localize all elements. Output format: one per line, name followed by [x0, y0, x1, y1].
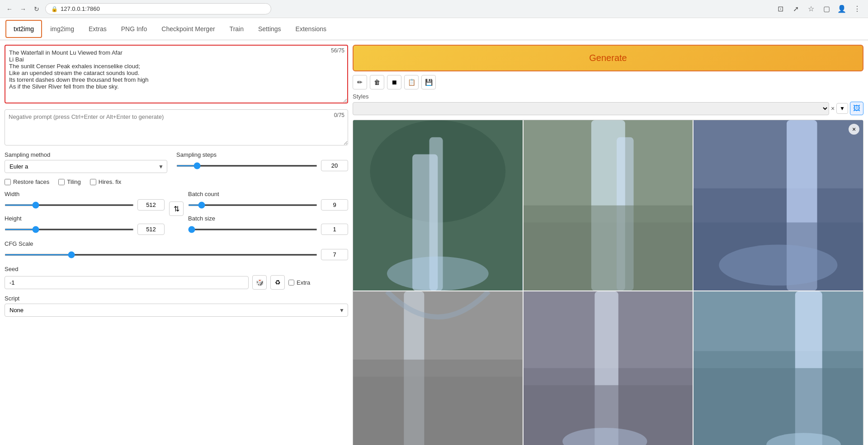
left-panel: 56/75 0/75 Sampling method Euler a: [5, 45, 348, 445]
account-icon[interactable]: 👤: [835, 3, 848, 15]
extra-label: Extra: [297, 279, 310, 286]
left-dims: Width 512 Height 512: [5, 191, 165, 235]
seed-label: Seed: [5, 266, 348, 272]
sampling-steps-slider[interactable]: [176, 165, 317, 167]
address-bar[interactable]: 🔒 127.0.0.1:7860: [45, 3, 271, 14]
refresh-button[interactable]: ↻: [32, 4, 42, 14]
cfg-scale-slider[interactable]: [5, 254, 317, 256]
dimension-controls: Width 512 Height 512: [5, 191, 348, 235]
batch-count-value-input[interactable]: 9: [321, 199, 348, 211]
svg-rect-9: [524, 206, 693, 291]
right-dims: Batch count 9 Batch size 1: [188, 191, 348, 235]
browser-chrome: ← → ↻ 🔒 127.0.0.1:7860 ⊡ ➚ ☆ ▢ 👤 ⋮: [0, 0, 868, 18]
tab-checkpoint-merger[interactable]: Checkpoint Merger: [154, 18, 222, 40]
gallery-image-1[interactable]: [353, 120, 523, 290]
height-slider[interactable]: [5, 229, 134, 230]
tabs-bar: txt2img img2img Extras PNG Info Checkpoi…: [0, 18, 868, 40]
svg-rect-27: [693, 368, 863, 445]
restore-faces-checkbox[interactable]: Restore faces: [5, 178, 49, 185]
main-content: 56/75 0/75 Sampling method Euler a: [0, 40, 868, 445]
negative-prompt-input[interactable]: [5, 109, 348, 145]
generate-button[interactable]: Generate: [353, 45, 863, 71]
sampling-steps-group: Sampling steps: [176, 151, 348, 171]
restore-faces-input[interactable]: [5, 179, 11, 185]
styles-dropdown-button[interactable]: ▼: [836, 103, 848, 114]
gallery-image-2[interactable]: [524, 120, 693, 290]
checkboxes-row: Restore faces Tiling Hires. fix: [5, 178, 348, 185]
edit-button[interactable]: ✏: [353, 75, 367, 89]
stop-button[interactable]: ⏹: [387, 75, 401, 89]
tab-train[interactable]: Train: [222, 18, 251, 40]
batch-size-range-wrapper: 1: [188, 224, 348, 235]
seed-input-wrapper: -1: [5, 276, 249, 289]
tiling-input[interactable]: [58, 179, 65, 185]
clipboard-button[interactable]: 📋: [404, 75, 419, 89]
styles-apply-button[interactable]: 🖼: [850, 102, 863, 115]
negative-prompt-section: 0/75: [5, 109, 348, 147]
batch-count-row: Batch count 9: [188, 191, 348, 211]
batch-count-slider[interactable]: [188, 204, 317, 206]
trash-button[interactable]: 🗑: [370, 75, 384, 89]
tab-png-info[interactable]: PNG Info: [114, 18, 155, 40]
app-container: txt2img img2img Extras PNG Info Checkpoi…: [0, 18, 868, 445]
generate-section: Generate ✏ 🗑 ⏹ 📋 💾 Styles × ▼: [353, 45, 863, 115]
recycle-button[interactable]: ♻: [270, 275, 285, 290]
cfg-scale-label: CFG Scale: [5, 240, 348, 247]
sampling-steps-value[interactable]: [321, 160, 348, 171]
positive-prompt-input[interactable]: [5, 45, 348, 103]
sampling-row: Sampling method Euler a ▼ Sampling steps: [5, 151, 348, 173]
gallery-image-5[interactable]: [524, 291, 693, 445]
hires-fix-checkbox[interactable]: Hires. fix: [90, 178, 122, 185]
controls-section: Sampling method Euler a ▼ Sampling steps: [5, 151, 348, 317]
svg-rect-11: [693, 120, 863, 188]
cfg-scale-value-input[interactable]: 7: [321, 249, 348, 260]
gallery-grid: [353, 120, 863, 445]
restore-faces-label: Restore faces: [13, 178, 49, 185]
back-button[interactable]: ←: [5, 4, 14, 14]
sampling-method-select[interactable]: Euler a: [5, 160, 167, 173]
seed-section: Seed -1 🎲 ♻ Extra: [5, 266, 348, 290]
tab-extras[interactable]: Extras: [81, 18, 114, 40]
styles-clear-button[interactable]: ×: [831, 105, 835, 112]
save-button[interactable]: 💾: [421, 75, 436, 89]
width-label: Width: [5, 191, 165, 197]
svg-rect-18: [353, 360, 523, 445]
cast-icon[interactable]: ⊡: [774, 3, 787, 15]
script-select[interactable]: None Prompt matrix Prompt S/R X/Y/Z plot: [5, 304, 348, 317]
tiling-checkbox[interactable]: Tiling: [58, 178, 81, 185]
gallery-image-3[interactable]: [693, 120, 863, 290]
script-section: Script None Prompt matrix Prompt S/R X/Y…: [5, 295, 348, 317]
tab-txt2img[interactable]: txt2img: [5, 20, 42, 38]
tab-extensions[interactable]: Extensions: [288, 18, 334, 40]
forward-button[interactable]: →: [18, 4, 28, 14]
tab-settings[interactable]: Settings: [251, 18, 288, 40]
seed-input[interactable]: -1: [5, 276, 249, 289]
hires-fix-input[interactable]: [90, 179, 96, 185]
gallery-close-button[interactable]: ×: [849, 124, 859, 135]
extra-checkbox[interactable]: Extra: [288, 279, 310, 286]
dice-button[interactable]: 🎲: [252, 275, 267, 290]
batch-size-slider[interactable]: [188, 229, 317, 230]
width-slider[interactable]: [5, 204, 134, 206]
cfg-scale-range-wrapper: 7: [5, 249, 348, 260]
svg-rect-14: [693, 222, 863, 290]
swap-dimensions-button[interactable]: ⇅: [169, 201, 184, 216]
sampling-method-wrapper: Euler a ▼: [5, 160, 167, 173]
height-value-input[interactable]: 512: [137, 224, 165, 235]
svg-rect-25: [693, 291, 863, 351]
seed-row: -1 🎲 ♻ Extra: [5, 275, 348, 290]
bookmark-icon[interactable]: ☆: [805, 3, 817, 15]
sampling-method-group: Sampling method Euler a ▼: [5, 151, 167, 173]
batch-size-value-input[interactable]: 1: [321, 224, 348, 235]
hires-fix-label: Hires. fix: [99, 178, 122, 185]
gallery-image-6[interactable]: [693, 291, 863, 445]
extra-checkbox-input[interactable]: [288, 280, 294, 286]
tiling-label: Tiling: [67, 178, 81, 185]
tab-img2img[interactable]: img2img: [43, 18, 81, 40]
fullscreen-icon[interactable]: ▢: [820, 3, 833, 15]
share-icon[interactable]: ➚: [789, 3, 802, 15]
styles-select[interactable]: [353, 102, 829, 115]
width-value-input[interactable]: 512: [137, 199, 165, 211]
menu-icon[interactable]: ⋮: [851, 3, 863, 15]
gallery-image-4[interactable]: [353, 291, 523, 445]
